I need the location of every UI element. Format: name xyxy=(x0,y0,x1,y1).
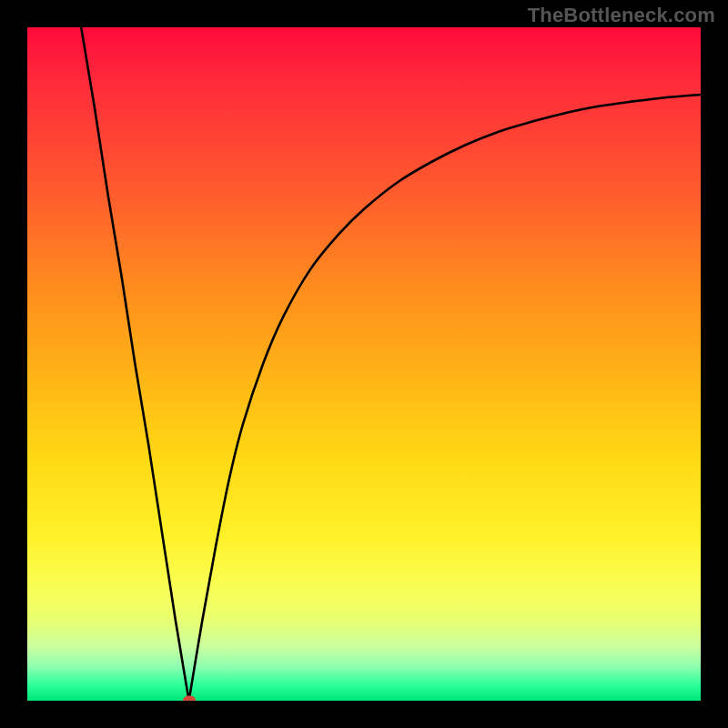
minimum-marker xyxy=(183,696,196,702)
watermark-text: TheBottleneck.com xyxy=(528,4,715,27)
bottleneck-curve xyxy=(81,27,701,701)
plot-area xyxy=(27,27,701,701)
curve-svg xyxy=(27,27,701,701)
chart-frame: TheBottleneck.com xyxy=(0,0,728,728)
